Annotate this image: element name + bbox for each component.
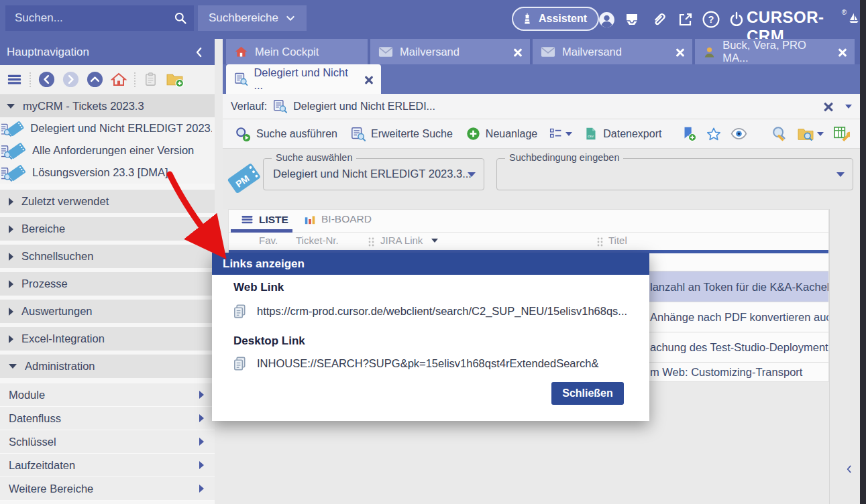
favorite-button[interactable]	[702, 123, 726, 145]
run-search-button[interactable]: Suche ausführen	[228, 123, 344, 145]
admin-item-schluessel[interactable]: Schlüssel	[0, 430, 215, 454]
clear-history-icon[interactable]	[823, 101, 832, 111]
close-tab-icon[interactable]	[675, 48, 684, 56]
collapsed-side-panel	[829, 209, 860, 504]
logout-button[interactable]	[727, 10, 746, 29]
navigate-up-icon[interactable]	[87, 71, 103, 88]
search-scope-button[interactable]: Suchbereiche	[198, 5, 307, 31]
search-condition-dropdown[interactable]: Suchbedingung eingeben	[496, 158, 853, 190]
web-link-label: Web Link	[233, 281, 284, 294]
column-grip-icon[interactable]	[596, 237, 603, 247]
web-link-value[interactable]: https://crm-prod.cursor.de/webclient/sea…	[257, 305, 627, 318]
triangle-right-icon	[9, 280, 13, 288]
expand-panel-icon[interactable]	[845, 464, 854, 475]
sidebar-group-mycrm[interactable]: myCRM - Tickets 2023.3	[0, 94, 215, 117]
history-value[interactable]: Delegiert und Nicht ERLEDI...	[293, 101, 435, 113]
section-label: Bereiche	[21, 223, 65, 235]
data-export-button[interactable]: csv Datenexport	[577, 123, 668, 145]
search-input[interactable]	[5, 11, 174, 25]
sidebar-section-administration[interactable]: Administration	[0, 355, 215, 378]
tab-mailversand-1[interactable]: Mailversand	[370, 39, 530, 64]
search-icon[interactable]	[174, 11, 187, 25]
assistent-button[interactable]: Assistent	[512, 7, 599, 31]
sidebar-section-excel-integration[interactable]: Excel-Integration	[0, 327, 215, 351]
sidebar-section-bereiche[interactable]: Bereiche	[0, 217, 215, 241]
user-profile-button[interactable]	[597, 10, 616, 29]
triangle-right-icon	[199, 391, 204, 399]
column-header-ticket-nr[interactable]: Ticket-Nr.	[296, 235, 339, 246]
admin-item-label: Module	[9, 389, 45, 401]
brand-registered-mark: ®	[842, 9, 847, 16]
svg-text:?: ?	[708, 14, 714, 25]
watch-button[interactable]	[726, 123, 752, 145]
power-icon	[728, 11, 745, 27]
new-record-button[interactable]: Neuanlage	[459, 123, 544, 145]
sidebar-section-zuletzt-verwendet[interactable]: Zuletzt verwendet	[0, 190, 215, 213]
external-window-button[interactable]	[676, 10, 695, 29]
sidebar-section-auswertungen[interactable]: Auswertungen	[0, 300, 215, 323]
history-dropdown-icon[interactable]	[845, 105, 852, 109]
sub-tab-bar: Delegiert und Nicht ...	[223, 64, 860, 94]
admin-item-module[interactable]: Module	[0, 383, 215, 407]
new-folder-icon[interactable]	[166, 71, 184, 88]
column-header-jira-link[interactable]: JIRA Link	[380, 235, 423, 246]
list-search-icon	[351, 127, 366, 141]
admin-item-label: Schlüssel	[9, 436, 56, 448]
sidebar-section-schnellsuchen[interactable]: Schnellsuchen	[0, 245, 215, 268]
section-label: Zuletzt verwendet	[21, 195, 109, 208]
close-tab-icon[interactable]	[838, 48, 847, 56]
assistent-label: Assistent	[539, 13, 587, 25]
section-label: Administration	[25, 360, 95, 373]
triangle-right-icon	[9, 225, 13, 233]
column-header-fav[interactable]: Fav.	[259, 235, 278, 246]
list-search-icon	[234, 72, 248, 86]
desktop-link-label: Desktop Link	[233, 334, 305, 348]
admin-item-laufzeitdaten[interactable]: Laufzeitdaten	[0, 454, 215, 477]
row-title-fragment: achung des Test-Studio-Deployments b	[650, 341, 828, 354]
navigate-forward-icon[interactable]	[62, 71, 79, 88]
add-bookmark-button[interactable]	[676, 123, 702, 145]
copy-icon[interactable]	[232, 356, 248, 371]
home-icon[interactable]	[111, 72, 127, 88]
search-select-dropdown[interactable]: Suche auswählen Delegiert und Nicht ERLE…	[263, 158, 484, 190]
eye-icon	[730, 128, 747, 139]
main-navigation-sidebar: Hauptnavigation myCRM - Tickets 2023.3 D…	[0, 39, 215, 504]
sidebar-search-item[interactable]: Delegiert und Nicht ERLEDIGT 2023.3 |	[0, 117, 215, 139]
tab-bi-board[interactable]: BI-BOARD	[304, 213, 372, 225]
help-button[interactable]: ?	[702, 10, 720, 29]
tab-liste[interactable]: LISTE	[241, 213, 288, 226]
configure-table-button[interactable]	[828, 123, 855, 145]
extended-search-button[interactable]: Erweiterte Suche	[344, 123, 459, 145]
sidebar-search-item[interactable]: Lösungsversion 23.3 [DMA]	[0, 162, 215, 184]
links-button[interactable]	[649, 10, 668, 29]
saved-searches-button[interactable]	[792, 123, 828, 145]
tab-delegiert-und-nicht[interactable]: Delegiert und Nicht ...	[226, 64, 381, 94]
sidebar-search-item[interactable]: Alle Anforderungen einer Version	[0, 139, 215, 162]
dialog-header[interactable]: Links anzeigen	[212, 253, 649, 275]
close-dialog-button[interactable]: Schließen	[551, 382, 624, 405]
column-grip-icon[interactable]	[368, 237, 374, 247]
close-tab-icon[interactable]	[513, 48, 522, 56]
tab-buck-vera[interactable]: Buck, Vera, PRO MA...	[695, 39, 855, 64]
admin-item-weitere-bereiche[interactable]: Weitere Bereiche	[0, 477, 215, 501]
sort-caret-icon[interactable]	[431, 239, 438, 243]
menu-icon[interactable]	[7, 72, 22, 87]
view-options-button[interactable]	[544, 123, 577, 145]
collapse-sidebar-icon[interactable]	[193, 46, 205, 58]
admin-item-datenfluss[interactable]: Datenfluss	[0, 407, 215, 430]
global-search[interactable]	[5, 5, 194, 31]
copy-icon[interactable]	[232, 304, 248, 319]
close-tab-icon[interactable]	[365, 75, 373, 84]
inbox-button[interactable]	[623, 10, 641, 29]
top-bar: Suchbereiche Assistent ? CURSOR-CRM ®	[0, 0, 860, 39]
column-header-titel[interactable]: Titel	[608, 235, 627, 246]
clipboard-icon[interactable]	[143, 72, 158, 87]
desktop-link-value[interactable]: INHOUSE://SEARCH?SUPG&pk=15elisv1h68qst4…	[257, 357, 598, 370]
edit-search-button[interactable]	[767, 123, 792, 145]
tab-mailversand-2[interactable]: Mailversand	[533, 39, 692, 64]
tab-mein-cockpit[interactable]: Mein Cockpit	[226, 39, 368, 64]
tab-label: Buck, Vera, PRO MA...	[722, 39, 825, 64]
triangle-right-icon	[9, 308, 13, 316]
navigate-back-icon[interactable]	[38, 71, 55, 88]
sidebar-section-prozesse[interactable]: Prozesse	[0, 272, 215, 296]
